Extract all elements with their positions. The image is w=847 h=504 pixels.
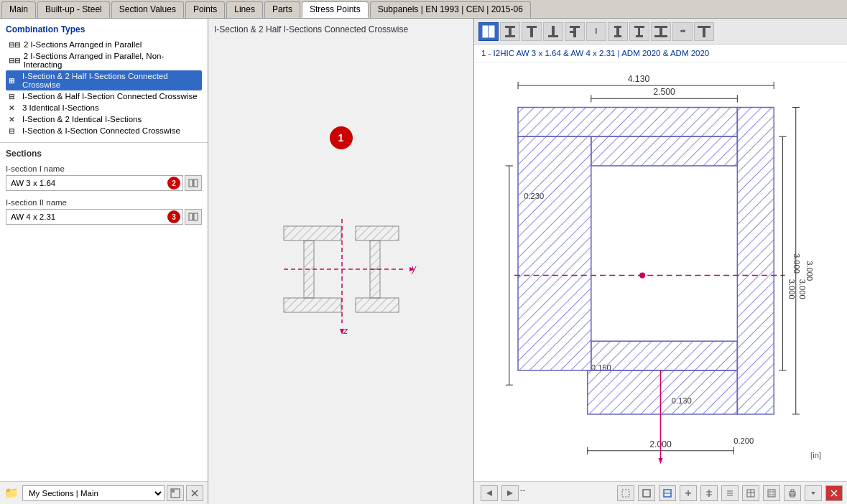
svg-text:3.000: 3.000 — [798, 279, 807, 299]
svg-rect-1 — [194, 179, 198, 187]
shape-btn-9[interactable]: •• — [672, 22, 693, 41]
close-icon — [830, 489, 838, 498]
svg-rect-3 — [189, 213, 193, 220]
print-icon — [788, 489, 797, 498]
tab-points[interactable]: Points — [185, 1, 225, 18]
delete-section-button[interactable] — [186, 485, 203, 501]
svg-rect-67 — [518, 136, 591, 370]
tab-section-values[interactable]: Section Values — [111, 1, 184, 18]
book-icon-svg — [188, 179, 198, 187]
back-button[interactable] — [481, 485, 498, 501]
combo-icon-6: ⊟ — [9, 127, 19, 135]
shape-btn-1[interactable] — [500, 22, 520, 41]
combo-item-3[interactable]: ⊟ I-Section & Half I-Section Connected C… — [6, 90, 202, 102]
left-tool-button[interactable] — [680, 485, 697, 501]
combo-item-0[interactable]: ⊟⊟ 2 I-Sections Arranged in Parallel — [6, 39, 202, 50]
svg-rect-17 — [370, 269, 380, 298]
field1-row: 2 — [6, 175, 202, 191]
rect-tool-button[interactable] — [638, 485, 655, 501]
svg-rect-27 — [509, 28, 512, 35]
t-beam-icon — [524, 24, 539, 39]
t-inv-icon — [546, 24, 560, 39]
combo-item-6[interactable]: ⊟ I-Section & I-Section Connected Crossw… — [6, 125, 202, 136]
badge-2: 2 — [167, 177, 180, 190]
tab-stress-points[interactable]: Stress Points — [302, 1, 369, 18]
field2-label: I-section II name — [6, 198, 202, 207]
tab-subpanels[interactable]: Subpanels | EN 1993 | CEN | 2015-06 — [370, 1, 531, 18]
svg-rect-105 — [768, 490, 775, 497]
center-icon — [705, 489, 713, 498]
add-section-button[interactable] — [167, 485, 184, 501]
grid-tool-button[interactable] — [763, 485, 780, 501]
sections-panel: Sections I-section I name 2 I-section II… — [0, 143, 208, 481]
combo-icon-4: ✕ — [9, 104, 19, 112]
center-tool-button[interactable] — [700, 485, 718, 501]
svg-rect-0 — [189, 179, 193, 187]
close-button[interactable] — [825, 485, 843, 501]
shape-btn-3[interactable] — [543, 22, 563, 41]
shape-btn-10[interactable] — [694, 22, 714, 41]
field2-row: 3 — [6, 209, 202, 225]
combo-label-2: I-Section & 2 Half I-Sections Connected … — [22, 72, 199, 89]
svg-text:[in]: [in] — [810, 451, 821, 459]
field2-book-button[interactable] — [185, 209, 202, 225]
svg-rect-13 — [284, 298, 341, 312]
tab-bar: Main Built-up - Steel Section Values Poi… — [0, 0, 847, 19]
shape-btn-5[interactable]: I — [586, 22, 606, 41]
center-title: I-Section & 2 Half I-Sections Connected … — [208, 19, 414, 34]
i-sym-icon — [611, 24, 625, 39]
section-tool-button[interactable] — [659, 485, 676, 501]
svg-rect-39 — [634, 26, 644, 28]
folder-icon: 📁 — [4, 486, 19, 500]
sections-dropdown[interactable]: My Sections | Main — [22, 485, 165, 501]
svg-rect-31 — [552, 26, 555, 35]
i-beam-icon — [503, 24, 517, 39]
svg-rect-44 — [654, 35, 667, 37]
svg-rect-43 — [659, 28, 662, 35]
shape-btn-0[interactable] — [478, 22, 499, 41]
combo-label-1: 2 I-Sections Arranged in Parallel, Non-I… — [24, 52, 199, 69]
combo-item-4[interactable]: ✕ 3 Identical I-Sections — [6, 102, 202, 113]
tab-main[interactable]: Main — [1, 1, 36, 18]
center-panel: I-Section & 2 Half I-Sections Connected … — [208, 19, 474, 504]
right-bottom-right-tools — [615, 485, 843, 501]
right-bottom-bar: -- — [474, 481, 847, 504]
right-tool-button[interactable] — [721, 485, 739, 501]
tab-lines[interactable]: Lines — [226, 1, 263, 18]
t-wide-icon — [697, 24, 711, 39]
book-icon2-svg — [188, 213, 198, 221]
shape-btn-8[interactable] — [651, 22, 671, 41]
print-button[interactable] — [784, 485, 801, 501]
svg-rect-41 — [636, 35, 643, 37]
combo-icon-5: ✕ — [9, 116, 19, 123]
svg-rect-38 — [614, 35, 621, 37]
select-tool-button[interactable] — [617, 485, 634, 501]
svg-rect-71 — [588, 370, 738, 414]
i-asym-icon — [632, 24, 647, 39]
tab-parts[interactable]: Parts — [264, 1, 300, 18]
combo-item-1[interactable]: ⊟⊟ 2 I-Sections Arranged in Parallel, No… — [6, 50, 202, 70]
field1-book-button[interactable] — [185, 175, 202, 191]
field1-input[interactable] — [6, 175, 183, 191]
combo-item-5[interactable]: ✕ I-Section & 2 Identical I-Sections — [6, 113, 202, 125]
svg-rect-91 — [643, 490, 650, 497]
svg-text:z: z — [343, 326, 348, 336]
shape-btn-2[interactable] — [522, 22, 542, 41]
main-content: Combination Types ⊟⊟ 2 I-Sections Arrang… — [0, 19, 847, 504]
left-panel: Combination Types ⊟⊟ 2 I-Sections Arrang… — [0, 19, 208, 504]
svg-rect-11 — [284, 226, 341, 241]
combo-item-2[interactable]: ⊞ I-Section & 2 Half I-Sections Connecte… — [6, 70, 202, 90]
tab-builtup[interactable]: Built-up - Steel — [37, 1, 110, 18]
left-bottom-bar: 📁 My Sections | Main — [0, 481, 208, 504]
field2-input[interactable] — [6, 209, 183, 225]
sections-title: Sections — [6, 149, 202, 159]
table-tool-button[interactable] — [742, 485, 759, 501]
shape-btn-6[interactable] — [608, 22, 628, 41]
shape-btn-4[interactable] — [565, 22, 585, 41]
shape-btn-7[interactable] — [629, 22, 649, 41]
status-text: -- — [520, 485, 525, 501]
svg-rect-32 — [548, 35, 558, 37]
forward-button[interactable] — [501, 485, 519, 501]
print-dropdown-button[interactable] — [805, 485, 822, 501]
svg-rect-30 — [530, 28, 533, 37]
